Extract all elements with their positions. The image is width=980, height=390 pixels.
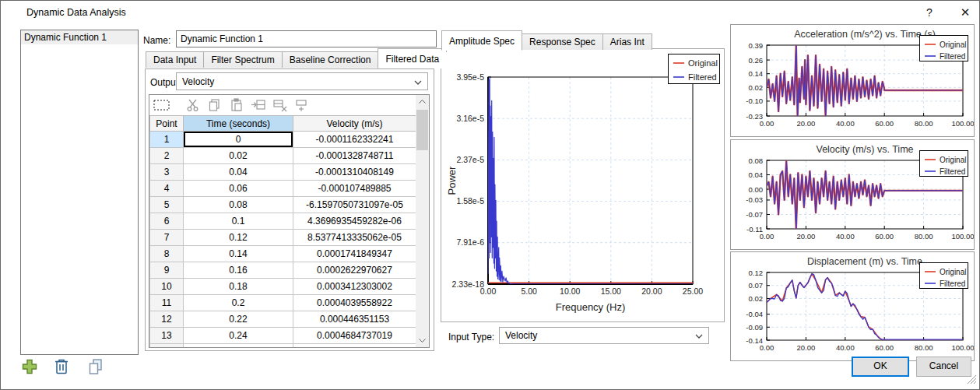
row-header[interactable]: 11 (150, 295, 184, 311)
svg-text:Filtered: Filtered (940, 52, 965, 61)
svg-text:25.00: 25.00 (683, 286, 703, 296)
select-region-icon[interactable] (153, 98, 170, 112)
output-combobox[interactable]: Velocity (176, 72, 428, 90)
cancel-button[interactable]: Cancel (916, 357, 971, 377)
row-header[interactable]: 5 (150, 197, 184, 213)
input-type-combobox[interactable]: Velocity (499, 327, 709, 344)
svg-text:0.02: 0.02 (749, 83, 764, 92)
cell[interactable]: 0.22 (184, 311, 293, 328)
cell[interactable]: -6.1597050731097e-05 (293, 197, 416, 213)
amplitude-spectrum-chart: 0.005.0010.0015.0020.0025.002.33e-187.91… (444, 52, 721, 318)
cell[interactable]: -0.0001310408149 (293, 164, 416, 181)
row-header[interactable]: 1 (150, 132, 184, 148)
tab-arias-int[interactable]: Arias Int (602, 33, 652, 50)
tab-filter-spectrum[interactable]: Filter Spectrum (203, 51, 282, 68)
table-row: 50.08-6.1597050731097e-05 (150, 197, 416, 213)
cell[interactable]: 0.0002622970627 (293, 262, 416, 279)
cell[interactable]: -0.0001162332241 (293, 132, 416, 148)
cell[interactable]: -0.0001328748711 (293, 148, 416, 164)
row-header[interactable]: 6 (150, 213, 184, 230)
cell[interactable]: 0.0003412303002 (293, 279, 416, 295)
svg-text:15.00: 15.00 (601, 286, 621, 296)
row-header[interactable]: 4 (150, 181, 184, 197)
delete-function-button[interactable] (52, 357, 71, 376)
cell[interactable]: 0.0004754787055 (293, 344, 416, 348)
row-header[interactable]: 9 (150, 262, 184, 279)
cell[interactable]: 0.24 (184, 328, 293, 344)
row-header[interactable]: 14 (150, 344, 184, 348)
column-header-time-seconds[interactable]: Time (seconds) (184, 116, 293, 132)
list-item-dynamic-function-1[interactable]: Dynamic Function 1 (21, 30, 138, 44)
table-vertical-scrollbar[interactable] (416, 95, 429, 347)
function-list[interactable]: Dynamic Function 1 (20, 30, 139, 355)
table-row: 20.02-0.0001328748711 (150, 148, 416, 164)
svg-text:3.95e-5: 3.95e-5 (456, 72, 484, 82)
cell[interactable]: 0.000446351153 (293, 311, 416, 328)
tab-filtered-data[interactable]: Filtered Data (378, 48, 447, 69)
table-row: 110.20.0004039558922 (150, 295, 416, 311)
velocity-chart-box: 0.0020.0040.0060.0080.00100.00-0.11-0.07… (730, 139, 975, 250)
row-header[interactable]: 7 (150, 230, 184, 246)
scroll-down-icon[interactable] (416, 334, 429, 347)
column-header-point[interactable]: Point (150, 116, 184, 132)
scrollbar-thumb[interactable] (416, 110, 428, 150)
tab-amplitude-spec[interactable]: Amplitude Spec (441, 30, 522, 51)
row-header[interactable]: 10 (150, 279, 184, 295)
row-header[interactable]: 2 (150, 148, 184, 164)
cut-icon[interactable] (186, 98, 203, 112)
svg-text:Velocity (m/s) vs. Time: Velocity (m/s) vs. Time (816, 144, 913, 155)
cell[interactable]: 4.3696935459282e-06 (293, 213, 416, 230)
svg-text:20.00: 20.00 (797, 343, 816, 352)
append-row-icon[interactable] (294, 98, 311, 112)
paste-icon[interactable] (230, 98, 247, 112)
cell[interactable]: 0.1 (184, 213, 293, 230)
svg-text:40.00: 40.00 (836, 343, 855, 352)
cell[interactable]: 0.0004684737019 (293, 328, 416, 344)
column-header-velocity-m-s[interactable]: Velocity (m/s) (293, 116, 416, 132)
cell[interactable]: 0.14 (184, 246, 293, 262)
row-header[interactable]: 3 (150, 164, 184, 181)
row-header[interactable]: 13 (150, 328, 184, 344)
tab-response-spec[interactable]: Response Spec (522, 33, 603, 50)
cell[interactable]: 0.04 (184, 164, 293, 181)
cell[interactable]: 0.06 (184, 181, 293, 197)
scroll-up-icon[interactable] (416, 95, 429, 108)
cell[interactable]: 0.12 (184, 230, 293, 246)
name-label: Name: (143, 35, 170, 46)
table-row: 120.220.000446351153 (150, 311, 416, 328)
resize-grip-icon[interactable] (967, 374, 977, 387)
cell[interactable]: 0 (184, 132, 293, 148)
tab-data-input[interactable]: Data Input (146, 51, 204, 68)
insert-row-icon[interactable] (251, 98, 268, 112)
help-button[interactable]: ? (918, 4, 941, 21)
cell[interactable]: 0.08 (184, 197, 293, 213)
add-function-button[interactable] (20, 357, 39, 376)
svg-text:40.00: 40.00 (836, 119, 855, 128)
svg-text:0.02: 0.02 (749, 294, 764, 303)
cell[interactable]: 0.26 (184, 344, 293, 348)
row-header[interactable]: 8 (150, 246, 184, 262)
cell[interactable]: 0.16 (184, 262, 293, 279)
svg-text:80.00: 80.00 (915, 343, 933, 352)
close-button[interactable]: ✕ (954, 4, 977, 21)
window-title: Dynamic Data Analysis (26, 7, 126, 18)
duplicate-function-button[interactable] (86, 357, 105, 376)
svg-text:20.00: 20.00 (797, 232, 816, 241)
cell[interactable]: 0.18 (184, 279, 293, 295)
cell[interactable]: 8.5377413335062e-05 (293, 230, 416, 246)
row-header[interactable]: 12 (150, 311, 184, 328)
cell[interactable]: 0.02 (184, 148, 293, 164)
copy-icon[interactable] (208, 98, 225, 112)
cell[interactable]: 0.0001741849347 (293, 246, 416, 262)
name-input[interactable] (176, 30, 437, 47)
svg-text:-0.07: -0.07 (746, 210, 763, 219)
svg-text:20.00: 20.00 (641, 286, 662, 296)
tab-baseline-correction[interactable]: Baseline Correction (282, 51, 379, 68)
cell[interactable]: 0.2 (184, 295, 293, 311)
ok-button[interactable]: OK (852, 357, 909, 377)
delete-row-icon[interactable] (272, 98, 290, 112)
cell[interactable]: -0.000107489885 (293, 181, 416, 197)
svg-text:0.39: 0.39 (749, 41, 764, 50)
svg-text:0.00: 0.00 (760, 343, 775, 352)
cell[interactable]: 0.0004039558922 (293, 295, 416, 311)
